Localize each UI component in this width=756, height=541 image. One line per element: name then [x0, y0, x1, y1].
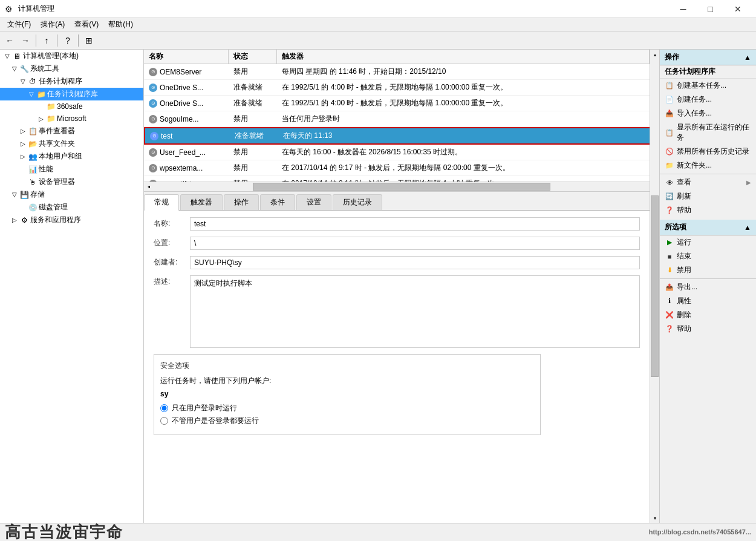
services-expand-icon[interactable]: ▷ [10, 215, 19, 225]
sys-tools-expand-icon[interactable]: ▽ [10, 64, 19, 74]
radio-login[interactable] [160, 404, 168, 412]
up-button[interactable]: ↑ [39, 33, 54, 48]
sidebar-item-shared-folder[interactable]: ▷ 📂 共享文件夹 [0, 137, 143, 150]
right-section1-collapse[interactable]: ▲ [744, 53, 751, 62]
360safe-icon: 📁 [46, 102, 56, 111]
tab-settings[interactable]: 设置 [296, 194, 331, 210]
close-button[interactable]: ✕ [724, 0, 751, 18]
app-icon: ⚙ [5, 4, 15, 14]
right-action-properties[interactable]: ℹ 属性 [660, 294, 756, 308]
help1-label: 帮助 [677, 205, 691, 215]
task-trigger: 每周四 星期四 的 11:46 时，开始日期：2015/12/10 [277, 65, 659, 78]
right-action-disable-history[interactable]: 🚫 禁用所有任务历史记录 [660, 145, 756, 159]
root-label: 计算机管理(本地) [22, 51, 79, 61]
right-action-delete[interactable]: ❌ 删除 [660, 308, 756, 322]
col-header-status[interactable]: 状态 [229, 50, 277, 64]
h-scrollbar-thumb[interactable] [253, 183, 550, 191]
right-action-import[interactable]: 📥 导入任务... [660, 107, 756, 120]
menu-action[interactable]: 操作(A) [36, 18, 70, 31]
sidebar-item-services[interactable]: ▷ ⚙ 服务和应用程序 [0, 214, 143, 226]
properties-label: 属性 [677, 296, 691, 306]
right-action-run[interactable]: ▶ 运行 [660, 235, 756, 249]
sidebar-item-device-mgr[interactable]: ▷ 🖱 设备管理器 [0, 175, 143, 188]
menu-view[interactable]: 查看(V) [70, 18, 103, 31]
right-section1-title: 操作 ▲ [660, 50, 756, 65]
sidebar-item-storage[interactable]: ▽ 💾 存储 [0, 188, 143, 201]
v-scrollbar-down[interactable]: ▾ [650, 513, 659, 523]
right-section2-collapse[interactable]: ▲ [744, 223, 751, 232]
v-scrollbar-up[interactable]: ▴ [650, 50, 659, 59]
shared-folder-expand-icon[interactable]: ▷ [18, 139, 28, 149]
right-sep1 [660, 174, 756, 174]
back-button[interactable]: ← [2, 33, 17, 48]
help-button[interactable]: ? [60, 33, 75, 48]
task-sched-expand-icon[interactable]: ▽ [18, 77, 28, 87]
task-trigger: 在每天的 11:13 [278, 130, 658, 142]
tab-actions[interactable]: 操作 [224, 194, 259, 210]
name-value: test [190, 217, 640, 231]
menu-file[interactable]: 文件(F) [2, 18, 36, 31]
right-action-refresh[interactable]: 🔄 刷新 [660, 189, 756, 203]
tab-conditions[interactable]: 条件 [260, 194, 295, 210]
tree-root[interactable]: ▽ 🖥 计算机管理(本地) [0, 50, 143, 62]
sidebar-item-task-scheduler[interactable]: ▽ ⏱ 任务计划程序 [0, 75, 143, 88]
task-name: ⊙ OEM8Server [144, 67, 229, 77]
minimize-button[interactable]: ─ [670, 0, 697, 18]
task-row[interactable]: ⊙ OneDrive S... 准备就绪 在 1992/5/1 的 4:00 时… [144, 96, 659, 111]
security-user: sy [160, 390, 534, 398]
right-action-export[interactable]: 📤 导出... [660, 280, 756, 294]
task-row[interactable]: ⊙ User_Feed_... 禁用 在每天的 16:00 - 触发器在 202… [144, 145, 659, 160]
right-section1-label: 操作 [665, 52, 679, 62]
root-expand-icon[interactable]: ▽ [2, 51, 12, 61]
event-viewer-expand-icon[interactable]: ▷ [18, 126, 28, 136]
right-action-create-basic[interactable]: 📋 创建基本任务... [660, 79, 756, 93]
col-header-trigger[interactable]: 触发器 [277, 50, 650, 64]
tab-general[interactable]: 常规 [144, 194, 179, 211]
task-row[interactable]: ⊙ SogouIme... 禁用 当任何用户登录时 [144, 111, 659, 127]
right-action-view[interactable]: 👁 查看 ▶ [660, 175, 756, 189]
task-row-selected[interactable]: ⊙ test 准备就绪 在每天的 11:13 [144, 127, 659, 145]
tab-triggers[interactable]: 触发器 [180, 194, 223, 210]
sidebar-item-performance[interactable]: ▷ 📊 性能 [0, 163, 143, 175]
sidebar-item-task-lib[interactable]: ▽ 📁 任务计划程序库 [0, 88, 143, 100]
task-row[interactable]: ⊙ OEM8Server 禁用 每周四 星期四 的 11:46 时，开始日期：2… [144, 64, 659, 80]
detail-author-row: 创建者: SUYU-PHQ\sy [154, 256, 650, 269]
sidebar-item-disk-mgr[interactable]: ▷ 💿 磁盘管理 [0, 201, 143, 214]
right-action-show-running[interactable]: 📋 显示所有正在运行的任务 [660, 120, 756, 145]
menu-help[interactable]: 帮助(H) [103, 18, 138, 31]
v-scrollbar-track[interactable] [650, 59, 659, 513]
author-label: 创建者: [154, 256, 190, 267]
disk-mgr-label: 磁盘管理 [37, 202, 68, 212]
right-action-create-task[interactable]: 📄 创建任务... [660, 93, 756, 107]
h-scrollbar-left[interactable]: ◂ [144, 182, 154, 192]
maximize-button[interactable]: □ [697, 0, 724, 18]
right-action-help2[interactable]: ❓ 帮助 [660, 322, 756, 336]
sidebar-item-microsoft[interactable]: ▷ 📁 Microsoft [0, 113, 143, 125]
h-scrollbar-track[interactable] [154, 182, 650, 191]
forward-button[interactable]: → [18, 33, 33, 48]
sidebar-item-event-viewer[interactable]: ▷ 📋 事件查看器 [0, 125, 143, 137]
microsoft-expand-icon[interactable]: ▷ [36, 114, 46, 123]
grid-button[interactable]: ⊞ [82, 33, 96, 48]
sidebar-item-sys-tools[interactable]: ▽ 🔧 系统工具 [0, 62, 143, 75]
right-action-disable[interactable]: ⬇ 禁用 [660, 263, 756, 277]
bottom-bar: 高古当波宙宇命 http://blog.csdn.net/s74055647..… [0, 523, 756, 541]
storage-expand-icon[interactable]: ▽ [10, 190, 19, 200]
h-scrollbar[interactable]: ◂ ▸ [144, 182, 659, 191]
task-row[interactable]: ⊙ OneDrive S... 准备就绪 在 1992/5/1 的 4:00 时… [144, 80, 659, 96]
local-users-expand-icon[interactable]: ▷ [18, 152, 28, 162]
right-action-new-folder[interactable]: 📁 新文件夹... [660, 159, 756, 172]
performance-label: 性能 [37, 164, 53, 174]
radio-no-login[interactable] [160, 417, 168, 425]
task-row[interactable]: ⊙ wpsexterna... 禁用 在 2017/10/14 的 9:17 时… [144, 160, 659, 176]
sidebar-item-360safe[interactable]: ▷ 📁 360safe [0, 100, 143, 113]
col-header-name[interactable]: 名称 [144, 50, 229, 64]
right-action-stop[interactable]: ■ 结束 [660, 249, 756, 263]
v-scrollbar-thumb[interactable] [651, 195, 659, 377]
task-row[interactable]: ⊙ wpsnotifyta... 禁用 在 2017/10/14 的 8:11 … [144, 176, 659, 182]
right-action-help1[interactable]: ❓ 帮助 [660, 203, 756, 217]
sidebar-item-local-users[interactable]: ▷ 👥 本地用户和组 [0, 150, 143, 163]
task-lib-expand-icon[interactable]: ▽ [27, 90, 36, 99]
v-scrollbar[interactable]: ▴ ▾ [650, 50, 659, 523]
tab-history[interactable]: 历史记录 [333, 194, 382, 210]
